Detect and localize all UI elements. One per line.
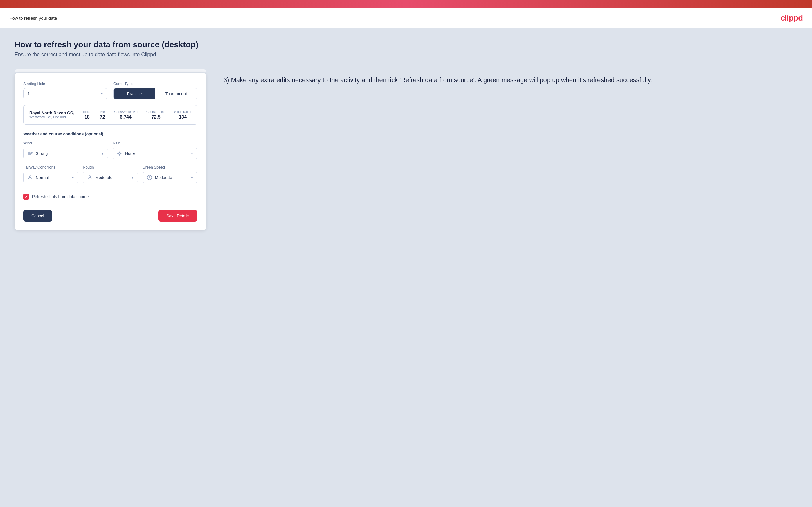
course-rating: Course rating 72.5 [146,110,165,120]
par-label: Par [100,110,105,113]
fairway-caret: ▼ [71,176,74,179]
header: How to refresh your data clippd [0,8,812,29]
rough-caret: ▼ [131,176,134,179]
fairway-dropdown[interactable]: Normal ▼ [23,172,78,183]
practice-button[interactable]: Practice [113,89,155,99]
green-speed-group: Green Speed Moderate ▼ [143,165,197,183]
rough-dropdown[interactable]: Moderate ▼ [83,172,138,183]
green-speed-value: Moderate [155,175,191,180]
conditions-row: Fairway Conditions Normal ▼ [23,165,197,183]
rain-dropdown[interactable]: None ▼ [113,148,197,159]
svg-line-8 [121,152,121,152]
game-type-buttons: Practice Tournament [113,88,197,99]
course-rating-value: 72.5 [146,115,165,120]
cancel-button[interactable]: Cancel [23,210,52,222]
starting-hole-select[interactable]: 1 10 [23,89,107,99]
slope-value: 134 [174,115,191,120]
holes-value: 18 [83,115,91,120]
page-subtitle: Ensure the correct and most up to date d… [14,52,798,58]
course-holes: Holes 18 [83,110,91,120]
course-location: Westward Ho!, England [29,115,74,119]
checkmark-icon: ✓ [25,194,28,199]
rough-group: Rough Moderate ▼ [83,165,138,183]
svg-point-10 [89,176,91,177]
rain-caret: ▼ [191,152,194,155]
svg-line-3 [118,152,118,152]
course-name-main: Royal North Devon GC, [29,111,74,115]
wind-value: Strong [36,151,101,156]
starting-hole-group: Starting Hole 1 10 ▼ [23,81,107,99]
wind-caret: ▼ [101,152,104,155]
form-card: Starting Hole 1 10 ▼ Game Type Pract [14,73,206,230]
refresh-label: Refresh shots from data source [32,194,89,199]
tournament-button[interactable]: Tournament [155,89,197,99]
par-value: 72 [100,115,105,120]
svg-point-0 [118,152,121,155]
green-speed-dropdown[interactable]: Moderate ▼ [143,172,197,183]
svg-point-9 [29,176,31,177]
top-bar [0,0,812,8]
rough-value: Moderate [95,175,131,180]
game-type-group: Game Type Practice Tournament [113,81,197,99]
wind-label: Wind [23,141,108,145]
wind-dropdown[interactable]: Strong ▼ [23,148,108,159]
green-speed-icon [146,174,153,181]
content-layout: Starting Hole 1 10 ▼ Game Type Pract [14,69,798,230]
wind-icon [27,150,33,157]
slope-rating: Slope rating 134 [174,110,191,120]
form-actions: Cancel Save Details [23,210,197,222]
refresh-checkbox-row: ✓ Refresh shots from data source [23,190,197,203]
course-yards: Yards/White (M)) 6,744 [114,110,138,120]
rough-label: Rough [83,165,138,169]
svg-line-7 [118,155,118,155]
top-card-hint [14,69,206,72]
starting-hole-select-wrapper[interactable]: 1 10 ▼ [23,88,107,99]
green-speed-label: Green Speed [143,165,197,169]
course-info: Royal North Devon GC, Westward Ho!, Engl… [23,105,197,125]
yards-label: Yards/White (M)) [114,110,138,113]
holes-label: Holes [83,110,91,113]
fairway-icon [27,174,33,181]
save-button[interactable]: Save Details [158,210,197,222]
page-title: How to refresh your data from source (de… [14,40,798,49]
green-speed-caret: ▼ [191,176,194,179]
fairway-group: Fairway Conditions Normal ▼ [23,165,78,183]
course-name-section: Royal North Devon GC, Westward Ho!, Engl… [29,111,74,119]
header-title: How to refresh your data [9,16,57,20]
course-rating-label: Course rating [146,110,165,113]
instruction-panel: 3) Make any extra edits necessary to the… [223,69,798,85]
main-content: How to refresh your data from source (de… [0,29,812,501]
rain-group: Rain [113,141,197,159]
wind-rain-row: Wind Strong ▼ Rain [23,141,197,159]
game-type-label: Game Type [113,81,197,86]
slope-label: Slope rating [174,110,191,113]
fairway-label: Fairway Conditions [23,165,78,169]
svg-line-4 [121,155,121,155]
logo: clippd [781,13,803,22]
rough-icon [87,174,93,181]
starting-hole-label: Starting Hole [23,81,107,86]
rain-label: Rain [113,141,197,145]
refresh-checkbox[interactable]: ✓ [23,194,29,200]
form-panel: Starting Hole 1 10 ▼ Game Type Pract [14,69,206,230]
instruction-text: 3) Make any extra edits necessary to the… [223,75,798,85]
rain-icon [116,150,123,157]
form-row-1: Starting Hole 1 10 ▼ Game Type Pract [23,81,197,99]
course-par: Par 72 [100,110,105,120]
fairway-value: Normal [36,175,71,180]
footer: Copyright Clippd 2022 [0,501,812,507]
wind-group: Wind Strong ▼ [23,141,108,159]
weather-section-title: Weather and course conditions (optional) [23,132,197,136]
rain-value: None [125,151,191,156]
yards-value: 6,744 [114,115,138,120]
